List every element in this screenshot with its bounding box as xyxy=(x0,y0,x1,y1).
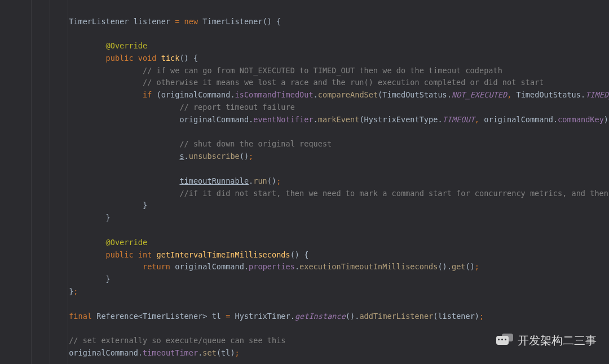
code-line: originalCommand.timeoutTimer.set(tl); xyxy=(0,347,609,359)
wechat-icon xyxy=(496,334,513,348)
code-line xyxy=(0,298,609,310)
code-line: originalCommand.eventNotifier.markEvent(… xyxy=(0,114,609,126)
watermark-text: 开发架构二三事 xyxy=(518,333,597,348)
code-line: if (originalCommand.isCommandTimedOut.co… xyxy=(0,89,609,101)
code-line: // if we can go from NOT_EXECUTED to TIM… xyxy=(0,65,609,77)
code-line: timeoutRunnable.run(); xyxy=(0,175,609,188)
code-line: final Reference<TimerListener> tl = Hyst… xyxy=(0,310,609,323)
code-line: } xyxy=(0,273,609,286)
code-line: TimerListener listener = new TimerListen… xyxy=(0,16,609,28)
code-line xyxy=(0,28,609,40)
code-line: //if it did not start, then we need to m… xyxy=(0,188,609,200)
code-line xyxy=(0,126,609,139)
code-line xyxy=(0,163,609,175)
code-block: TimerListener listener = new TimerListen… xyxy=(0,8,609,359)
code-line xyxy=(0,224,609,237)
code-line: // report timeout failure xyxy=(0,101,609,114)
code-line: }; xyxy=(0,286,609,298)
code-line: return originalCommand.properties.execut… xyxy=(0,261,609,273)
code-line: public int getIntervalTimeInMilliseconds… xyxy=(0,249,609,261)
code-line: // shut down the original request xyxy=(0,138,609,150)
watermark: 开发架构二三事 xyxy=(496,333,597,348)
code-line: } xyxy=(0,212,609,224)
code-line: public void tick() { xyxy=(0,52,609,65)
code-line: // otherwise it means we lost a race and… xyxy=(0,77,609,89)
code-line: @Override xyxy=(0,40,609,52)
code-line: s.unsubscribe(); xyxy=(0,150,609,163)
code-line: } xyxy=(0,199,609,212)
code-line: @Override xyxy=(0,237,609,249)
